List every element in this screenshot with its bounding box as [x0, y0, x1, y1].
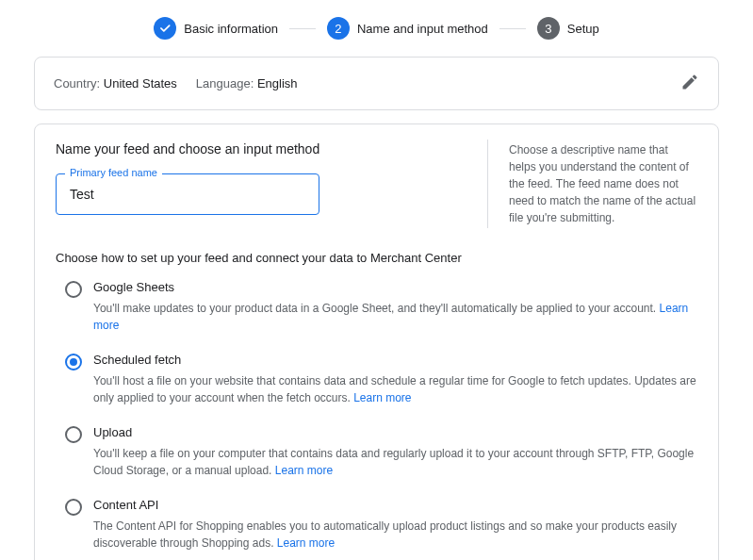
- radio-content-api[interactable]: [65, 499, 82, 516]
- option-desc-text: You'll keep a file on your computer that…: [93, 447, 694, 477]
- radio-upload[interactable]: [65, 426, 82, 443]
- radio-google-sheets[interactable]: [65, 281, 82, 298]
- option-title: Scheduled fetch: [93, 353, 697, 367]
- vertical-divider: [487, 140, 488, 228]
- step-connector: [499, 28, 526, 29]
- option-row: Google SheetsYou'll make updates to your…: [56, 280, 697, 334]
- step-setup[interactable]: 3 Setup: [537, 17, 599, 40]
- language-label: Language:: [196, 76, 254, 91]
- learn-more-link[interactable]: Learn more: [277, 536, 335, 550]
- radio-scheduled-fetch[interactable]: [65, 354, 82, 371]
- step-label: Name and input method: [357, 22, 488, 36]
- country-summary: Country: United States: [54, 76, 177, 91]
- option-description: The Content API for Shopping enables you…: [93, 518, 697, 552]
- option-body: UploadYou'll keep a file on your compute…: [93, 425, 697, 479]
- language-value: English: [257, 76, 298, 91]
- main-card: Name your feed and choose an input metho…: [34, 124, 719, 560]
- option-title: Upload: [93, 425, 697, 439]
- step-basic-information[interactable]: Basic information: [154, 17, 278, 40]
- option-description: You'll host a file on your website that …: [93, 372, 697, 406]
- option-desc-text: You'll make updates to your product data…: [93, 302, 660, 315]
- option-row: UploadYou'll keep a file on your compute…: [56, 425, 697, 479]
- learn-more-link[interactable]: Learn more: [353, 391, 411, 404]
- option-description: You'll make updates to your product data…: [93, 300, 697, 334]
- option-body: Scheduled fetchYou'll host a file on you…: [93, 353, 697, 406]
- learn-more-link[interactable]: Learn more: [275, 464, 333, 477]
- step-number-icon: 2: [327, 17, 350, 40]
- option-description: You'll keep a file on your computer that…: [93, 445, 697, 479]
- step-connector: [289, 28, 316, 29]
- option-body: Google SheetsYou'll make updates to your…: [93, 280, 697, 334]
- option-desc-text: The Content API for Shopping enables you…: [93, 519, 677, 550]
- help-text: Choose a descriptive name that helps you…: [509, 141, 697, 226]
- feed-name-field-wrap: Primary feed name: [56, 173, 319, 215]
- language-summary: Language: English: [196, 76, 298, 91]
- step-name-input-method[interactable]: 2 Name and input method: [327, 17, 488, 40]
- step-label: Basic information: [184, 22, 278, 36]
- section-title: Name your feed and choose an input metho…: [56, 141, 467, 156]
- step-label: Setup: [567, 22, 599, 36]
- country-label: Country:: [54, 76, 100, 91]
- options-header: Choose how to set up your feed and conne…: [56, 251, 697, 265]
- option-row: Content APIThe Content API for Shopping …: [56, 498, 697, 552]
- option-title: Content API: [93, 498, 697, 512]
- feed-name-label: Primary feed name: [65, 167, 162, 178]
- summary-card: Country: United States Language: English: [34, 57, 719, 110]
- stepper: Basic information 2 Name and input metho…: [0, 0, 753, 57]
- edit-icon[interactable]: [680, 73, 699, 94]
- option-title: Google Sheets: [93, 280, 697, 294]
- step-number-icon: 3: [537, 17, 560, 40]
- feed-name-input[interactable]: [56, 173, 319, 215]
- option-row: Scheduled fetchYou'll host a file on you…: [56, 353, 697, 406]
- country-value: United States: [104, 76, 177, 91]
- option-body: Content APIThe Content API for Shopping …: [93, 498, 697, 552]
- check-icon: [154, 17, 176, 40]
